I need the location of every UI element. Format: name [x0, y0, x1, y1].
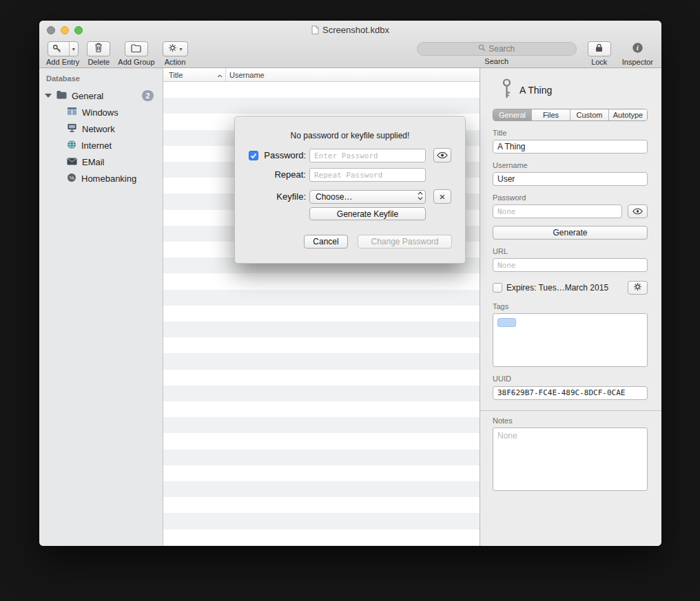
inspector-label: Inspector [622, 58, 653, 66]
search-placeholder: Search [488, 44, 515, 54]
generate-keyfile-button[interactable]: Generate Keyfile [309, 207, 426, 220]
password-row: Password: [249, 148, 450, 162]
sidebar-group-label: General [72, 91, 103, 101]
password-field-label: Password [493, 193, 648, 202]
checkmark-icon [250, 149, 257, 162]
chevron-down-icon[interactable]: ▾ [69, 42, 78, 56]
network-icon [67, 123, 77, 134]
window-title-text: Screenshot.kdbx [322, 25, 389, 35]
info-circle-icon: i [632, 42, 644, 56]
uuid-field[interactable] [493, 386, 648, 400]
toolbar-add-entry: ▾ Add Entry [46, 41, 79, 66]
clear-keyfile-button[interactable]: × [433, 189, 451, 204]
inspector-header: A Thing [493, 79, 648, 101]
column-title-text: Title [169, 71, 183, 79]
url-field[interactable] [493, 258, 648, 272]
column-header-title[interactable]: Title [163, 68, 225, 81]
folder-icon [131, 43, 141, 55]
column-username-text: Username [229, 71, 265, 79]
tab-autotype[interactable]: Autotype [609, 109, 647, 120]
window-chrome: Screenshot.kdbx ▾ Add Entry [39, 21, 661, 68]
document-icon [311, 25, 319, 35]
eye-icon [632, 205, 643, 218]
sort-ascending-icon [217, 71, 223, 79]
generate-password-button[interactable]: Generate [493, 226, 648, 240]
gear-icon [633, 282, 642, 294]
sidebar-item-label: Homebanking [81, 173, 136, 184]
column-header-username[interactable]: Username [226, 68, 480, 81]
password-field[interactable] [493, 204, 622, 218]
show-password-button[interactable] [628, 204, 648, 218]
add-entry-button[interactable]: ▾ [48, 41, 79, 56]
repeat-row: Repeat: [249, 167, 450, 182]
lock-icon [595, 43, 603, 55]
windows-icon [67, 107, 77, 118]
sidebar-item-email[interactable]: EMail [39, 154, 163, 170]
expires-label: Expires: Tues…March 2015 [506, 283, 624, 293]
delete-label: Delete [88, 58, 110, 66]
change-password-dialog: No password or keyfile supplied! Passwor… [234, 116, 466, 264]
sidebar: Database General 2 Windows Network [39, 68, 163, 546]
tag-chip[interactable] [497, 318, 516, 327]
zoom-button[interactable] [74, 26, 83, 34]
show-password-button[interactable] [433, 148, 451, 162]
tab-files[interactable]: Files [532, 109, 570, 120]
keyfile-dropdown-value: Choose… [316, 192, 418, 202]
tab-general[interactable]: General [493, 109, 532, 120]
lock-label: Lock [591, 58, 607, 66]
tab-custom[interactable]: Custom [570, 109, 609, 120]
cancel-button[interactable]: Cancel [304, 235, 348, 249]
expires-checkbox[interactable] [493, 283, 502, 293]
lock-button[interactable] [588, 41, 611, 56]
stepper-icon [418, 191, 423, 202]
clear-x-icon: × [440, 191, 446, 202]
inspector-tabs: General Files Custom Autotype [493, 109, 648, 121]
password-input[interactable] [309, 149, 426, 162]
sidebar-item-homebanking[interactable]: % Homebanking [39, 170, 163, 187]
repeat-input[interactable] [309, 168, 426, 182]
change-password-button[interactable]: Change Password [358, 235, 452, 249]
globe-icon [67, 140, 76, 151]
sidebar-item-internet[interactable]: Internet [39, 137, 163, 154]
password-label: Password: [261, 150, 306, 160]
action-label: Action [165, 58, 186, 66]
entry-title: A Thing [519, 85, 552, 96]
folder-icon [56, 90, 68, 101]
title-field-label: Title [493, 129, 648, 137]
toolbar-delete: Delete [87, 41, 110, 66]
svg-text:%: % [69, 174, 74, 180]
toolbar: ▾ Add Entry Delete Add Group [39, 39, 661, 67]
sidebar-item-label: Network [82, 124, 115, 134]
sidebar-item-windows[interactable]: Windows [39, 104, 163, 120]
toolbar-lock: Lock [588, 41, 611, 66]
disclosure-triangle-icon[interactable] [45, 94, 52, 98]
toolbar-inspector: i Inspector [622, 41, 653, 66]
username-field[interactable] [493, 172, 648, 186]
svg-text:i: i [637, 44, 639, 52]
keyfile-dropdown[interactable]: Choose… [309, 190, 426, 204]
url-field-label: URL [493, 247, 648, 255]
sidebar-item-network[interactable]: Network [39, 120, 163, 137]
action-button[interactable]: ▾ [163, 41, 188, 56]
add-entry-label: Add Entry [46, 58, 79, 66]
key-icon [502, 78, 512, 102]
expires-row: Expires: Tues…March 2015 [493, 281, 648, 295]
titlebar[interactable]: Screenshot.kdbx [39, 21, 661, 39]
search-label: Search [484, 57, 508, 65]
password-checkbox[interactable] [249, 151, 258, 160]
window-title: Screenshot.kdbx [311, 25, 389, 35]
notes-field[interactable] [493, 428, 648, 491]
inspector-button[interactable]: i [632, 41, 644, 56]
sidebar-group-general[interactable]: General 2 [39, 87, 163, 104]
sidebar-item-label: Internet [81, 140, 112, 151]
search-input[interactable]: Search [417, 42, 577, 56]
expires-settings-button[interactable] [628, 281, 648, 295]
toolbar-add-group: Add Group [118, 41, 154, 66]
add-group-button[interactable] [125, 41, 148, 56]
delete-button[interactable] [87, 41, 110, 56]
inspector-panel: A Thing General Files Custom Autotype Ti… [480, 68, 661, 546]
title-field[interactable] [493, 140, 648, 154]
close-button[interactable] [47, 26, 55, 34]
tags-box[interactable] [493, 313, 648, 367]
minimize-button[interactable] [61, 26, 69, 34]
